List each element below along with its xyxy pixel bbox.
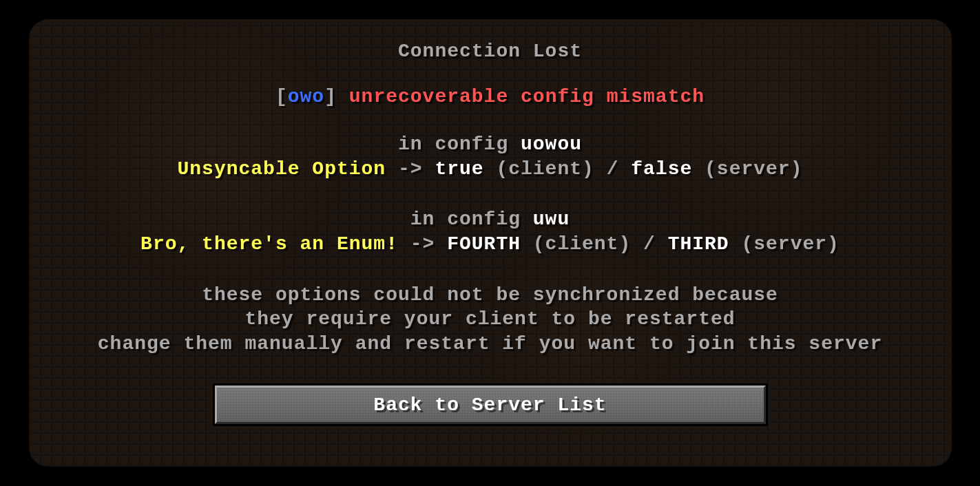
bracket-open: [: [275, 86, 288, 107]
server-value: THIRD: [668, 233, 729, 255]
mismatch-line: [owo] unrecoverable config mismatch: [275, 85, 705, 109]
config-header: in config uowou: [178, 133, 803, 156]
client-value: FOURTH: [447, 233, 521, 255]
client-value: true: [435, 158, 483, 180]
arrow: ->: [386, 158, 435, 180]
mismatch-message: unrecoverable config mismatch: [349, 86, 705, 107]
disconnect-panel: Connection Lost [owo] unrecoverable conf…: [29, 19, 952, 467]
in-config-prefix: in config: [398, 134, 521, 155]
config-group-0: in config uowou Unsyncable Option -> tru…: [178, 133, 803, 182]
slash: /: [607, 158, 632, 180]
in-config-prefix: in config: [410, 209, 533, 230]
config-detail: Unsyncable Option -> true (client) / fal…: [178, 158, 803, 181]
option-name: Bro, there's an Enum!: [140, 233, 398, 255]
owo-tag: owo: [288, 86, 324, 107]
client-label: (client): [484, 158, 607, 180]
config-detail: Bro, there's an Enum! -> FOURTH (client)…: [140, 233, 840, 256]
server-value: false: [631, 158, 692, 180]
bracket-close: ]: [324, 86, 337, 107]
footer-block: these options could not be synchronized …: [98, 284, 882, 357]
config-header: in config uwu: [140, 208, 840, 231]
footer-line-2: they require your client to be restarted: [98, 308, 882, 331]
option-name: Unsyncable Option: [178, 158, 386, 180]
config-name: uwu: [533, 209, 570, 230]
footer-line-1: these options could not be synchronized …: [98, 284, 882, 307]
config-group-1: in config uwu Bro, there's an Enum! -> F…: [140, 208, 840, 257]
arrow: ->: [398, 233, 447, 255]
config-name: uowou: [521, 134, 582, 155]
back-to-server-list-button[interactable]: Back to Server List: [215, 385, 766, 424]
server-label: (server): [692, 158, 802, 180]
slash: /: [643, 233, 668, 255]
button-label: Back to Server List: [373, 394, 606, 416]
title: Connection Lost: [398, 40, 582, 63]
footer-line-3: change them manually and restart if you …: [98, 332, 882, 356]
client-label: (client): [521, 233, 643, 255]
server-label: (server): [729, 233, 840, 255]
